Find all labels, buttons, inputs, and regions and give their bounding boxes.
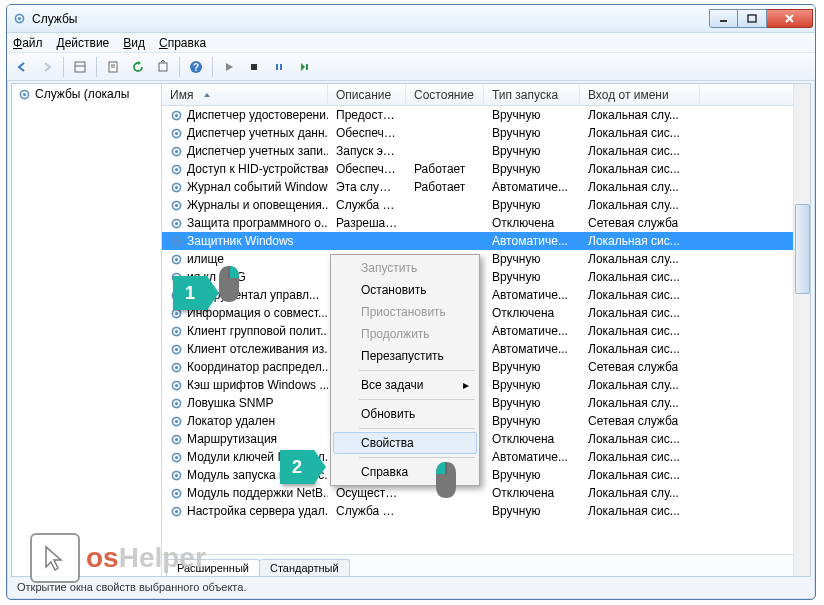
service-row[interactable]: Ловушка SNMPВручнуюЛокальная слу... bbox=[162, 394, 810, 412]
gear-icon bbox=[170, 361, 183, 374]
sort-asc-icon bbox=[203, 91, 211, 99]
svg-text:?: ? bbox=[193, 62, 199, 73]
ctx-Все задачи[interactable]: Все задачи▸ bbox=[333, 374, 477, 396]
ctx-Остановить[interactable]: Остановить bbox=[333, 279, 477, 301]
svg-point-29 bbox=[175, 203, 178, 206]
service-row[interactable]: Защитник WindowsАвтоматиче...Локальная с… bbox=[162, 232, 810, 250]
col-desc[interactable]: Описание bbox=[328, 84, 406, 105]
refresh-icon[interactable] bbox=[127, 56, 149, 78]
ctx-Обновить[interactable]: Обновить bbox=[333, 403, 477, 425]
details-pane-icon[interactable] bbox=[69, 56, 91, 78]
close-button[interactable] bbox=[767, 9, 813, 28]
svg-point-41 bbox=[175, 311, 178, 314]
svg-point-61 bbox=[175, 491, 178, 494]
ctx-Запустить: Запустить bbox=[333, 257, 477, 279]
svg-point-27 bbox=[175, 185, 178, 188]
service-row[interactable]: Координатор распредел...ВручнуюСетевая с… bbox=[162, 358, 810, 376]
gear-icon bbox=[170, 433, 183, 446]
gear-icon bbox=[170, 379, 183, 392]
play-icon[interactable] bbox=[218, 56, 240, 78]
service-row[interactable]: Доступ к HID-устройствамОбеспечи...Работ… bbox=[162, 160, 810, 178]
annotation-badge-1: 1 bbox=[173, 276, 207, 310]
gear-icon bbox=[170, 109, 183, 122]
minimize-button[interactable] bbox=[709, 9, 738, 28]
svg-rect-9 bbox=[159, 63, 167, 71]
svg-point-1 bbox=[18, 17, 21, 20]
svg-point-53 bbox=[175, 419, 178, 422]
service-row[interactable]: Настройка сервера удал...Служба на...Вру… bbox=[162, 502, 810, 520]
service-row[interactable]: Диспетчер учетных данн...Обеспечи...Вруч… bbox=[162, 124, 810, 142]
svg-point-35 bbox=[175, 257, 178, 260]
window-title: Службы bbox=[32, 12, 709, 26]
service-row[interactable]: Локатор удаленВручнуюСетевая служба bbox=[162, 412, 810, 430]
svg-rect-14 bbox=[280, 64, 282, 70]
svg-point-43 bbox=[175, 329, 178, 332]
gear-icon bbox=[170, 163, 183, 176]
maximize-button[interactable] bbox=[738, 9, 767, 28]
ctx-Перезапустить[interactable]: Перезапустить bbox=[333, 345, 477, 367]
col-state[interactable]: Состояние bbox=[406, 84, 484, 105]
restart-icon[interactable] bbox=[293, 56, 315, 78]
service-row[interactable]: Журналы и оповещения...Служба ж...Вручну… bbox=[162, 196, 810, 214]
left-click-mouse-icon bbox=[432, 460, 460, 500]
svg-point-47 bbox=[175, 365, 178, 368]
service-row[interactable]: Модуль запуска процесс...Служба D...Вруч… bbox=[162, 466, 810, 484]
svg-rect-3 bbox=[748, 15, 756, 22]
stop-icon[interactable] bbox=[243, 56, 265, 78]
help-icon[interactable]: ? bbox=[185, 56, 207, 78]
service-list: Диспетчер удостоверени...Предостав...Вру… bbox=[162, 106, 810, 554]
pause-icon[interactable] bbox=[268, 56, 290, 78]
tree-item-services[interactable]: Службы (локалы bbox=[12, 84, 161, 104]
titlebar[interactable]: Службы bbox=[7, 5, 815, 33]
scrollbar[interactable] bbox=[793, 84, 810, 576]
svg-point-63 bbox=[175, 509, 178, 512]
service-row[interactable]: Диспетчер учетных запи...Запуск это...Вр… bbox=[162, 142, 810, 160]
service-row[interactable]: МаршрутизацияОтключенаЛокальная сис... bbox=[162, 430, 810, 448]
gear-icon bbox=[170, 253, 183, 266]
ctx-Свойства[interactable]: Свойства bbox=[333, 432, 477, 454]
menu-help[interactable]: Справка bbox=[159, 36, 206, 50]
col-logon[interactable]: Вход от имени bbox=[580, 84, 700, 105]
cursor-icon bbox=[30, 533, 80, 583]
back-button[interactable] bbox=[11, 56, 33, 78]
column-headers: Имя Описание Состояние Тип запуска Вход … bbox=[162, 84, 810, 106]
watermark: osHelper bbox=[30, 533, 206, 583]
gear-icon bbox=[170, 181, 183, 194]
svg-rect-12 bbox=[251, 64, 257, 70]
col-name[interactable]: Имя bbox=[162, 84, 328, 105]
properties-icon[interactable] bbox=[102, 56, 124, 78]
gear-icon bbox=[170, 145, 183, 158]
forward-button[interactable] bbox=[36, 56, 58, 78]
service-row[interactable]: Диспетчер удостоверени...Предостав...Вру… bbox=[162, 106, 810, 124]
col-startup[interactable]: Тип запуска bbox=[484, 84, 580, 105]
tab-standard[interactable]: Стандартный bbox=[259, 559, 350, 576]
menubar: Файл Действие Вид Справка bbox=[7, 33, 815, 53]
service-row[interactable]: Инструментал управл...Автоматиче...Локал… bbox=[162, 286, 810, 304]
svg-rect-15 bbox=[306, 64, 308, 70]
service-row[interactable]: Клиент групповой полит...Автоматиче...Ло… bbox=[162, 322, 810, 340]
svg-point-55 bbox=[175, 437, 178, 440]
svg-point-23 bbox=[175, 149, 178, 152]
services-icon bbox=[13, 12, 26, 25]
service-row[interactable]: Журнал событий WindowsЭта служб...Работа… bbox=[162, 178, 810, 196]
menu-action[interactable]: Действие bbox=[57, 36, 110, 50]
svg-rect-4 bbox=[75, 62, 85, 72]
service-row[interactable]: илищеВручнуюЛокальная слу... bbox=[162, 250, 810, 268]
svg-point-45 bbox=[175, 347, 178, 350]
service-row[interactable]: Кэш шрифтов Windows ...ВручнуюЛокальная … bbox=[162, 376, 810, 394]
menu-view[interactable]: Вид bbox=[123, 36, 145, 50]
menu-file[interactable]: Файл bbox=[13, 36, 43, 50]
gear-icon bbox=[170, 325, 183, 338]
context-menu: ЗапуститьОстановитьПриостановитьПродолжи… bbox=[330, 254, 480, 486]
export-icon[interactable] bbox=[152, 56, 174, 78]
ctx-Приостановить: Приостановить bbox=[333, 301, 477, 323]
service-row[interactable]: Модуль поддержки NetB...Осуществ...Отклю… bbox=[162, 484, 810, 502]
service-row[interactable]: ия кл CNGВручнуюЛокальная сис... bbox=[162, 268, 810, 286]
service-row[interactable]: Клиент отслеживания из...Автоматиче...Ло… bbox=[162, 340, 810, 358]
scrollbar-thumb[interactable] bbox=[795, 204, 810, 294]
view-tabs: Расширенный Стандартный bbox=[162, 554, 810, 576]
ctx-Продолжить: Продолжить bbox=[333, 323, 477, 345]
service-row[interactable]: Информация о совмест...ОтключенаЛокальна… bbox=[162, 304, 810, 322]
service-row[interactable]: Модули ключей IPsec дл...Автоматиче...Ло… bbox=[162, 448, 810, 466]
service-row[interactable]: Защита программного о...Разрешает...Откл… bbox=[162, 214, 810, 232]
